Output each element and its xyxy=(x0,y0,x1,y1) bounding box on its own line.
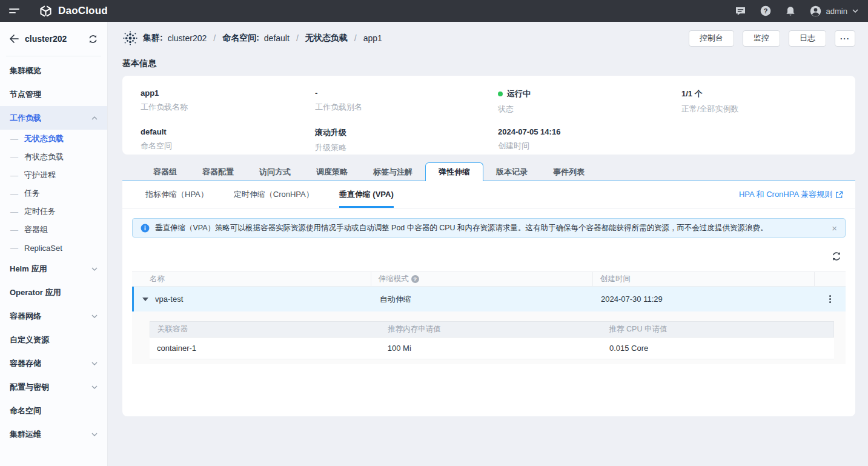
back-arrow-icon[interactable] xyxy=(9,35,19,43)
svg-text:?: ? xyxy=(763,7,767,15)
field-status: 运行中 状态 xyxy=(498,88,681,115)
recommendation-table: 关联容器 推荐内存申请值 推荐 CPU 申请值 container-1 100 … xyxy=(150,321,834,359)
workload-icon xyxy=(122,30,138,46)
sidebar-item-custom-resources[interactable]: 自定义资源 xyxy=(0,328,107,351)
sidebar-item-container-network[interactable]: 容器网络 xyxy=(0,304,107,328)
sidebar-item-operator-apps[interactable]: Operator 应用 xyxy=(0,281,107,304)
tab-elastic-scaling[interactable]: 弹性伸缩 xyxy=(425,162,483,181)
logs-button[interactable]: 日志 xyxy=(789,30,826,47)
brand: DaoCloud xyxy=(39,4,108,18)
sidebar-item-helm-apps[interactable]: Helm 应用 xyxy=(0,257,107,281)
tab-labels-annotations[interactable]: 标签与注解 xyxy=(360,163,425,181)
col-actions xyxy=(815,272,846,286)
breadcrumb-workload-type[interactable]: 无状态负载 xyxy=(305,33,348,44)
external-link-icon xyxy=(835,191,843,199)
chevron-down-icon xyxy=(91,315,98,318)
vpa-row-expanded: 关联容器 推荐内存申请值 推荐 CPU 申请值 container-1 100 … xyxy=(132,311,846,364)
container-name: container-1 xyxy=(150,344,380,353)
breadcrumb-namespace-value[interactable]: default xyxy=(264,33,290,43)
divider xyxy=(6,56,101,56)
vpa-row[interactable]: vpa-test 自动伸缩 2024-07-30 11:29 xyxy=(132,287,846,311)
sidebar-item-pods[interactable]: —容器组 xyxy=(0,221,107,239)
vpa-mode: 自动伸缩 xyxy=(373,294,594,305)
user-menu[interactable]: admin xyxy=(810,5,858,17)
basic-info-title: 基本信息 xyxy=(122,58,855,69)
close-icon[interactable]: × xyxy=(832,224,837,233)
message-icon[interactable] xyxy=(735,7,746,16)
sidebar-item-jobs[interactable]: —任务 xyxy=(0,184,107,202)
sidebar-item-namespaces[interactable]: 命名空间 xyxy=(0,399,107,422)
monitor-button[interactable]: 监控 xyxy=(743,30,780,47)
chevron-down-icon xyxy=(852,9,858,13)
sidebar-item-cronjobs[interactable]: —定时任务 xyxy=(0,202,107,221)
recommendation-table-header: 关联容器 推荐内存申请值 推荐 CPU 申请值 xyxy=(150,321,834,338)
row-actions-kebab-icon[interactable] xyxy=(827,293,833,305)
basic-info-card: app1 工作负载名称 - 工作负载别名 运行中 状态 1/1 个 正常/全部实… xyxy=(122,76,855,155)
recommended-cpu: 0.015 Core xyxy=(602,344,834,353)
help-icon[interactable]: ? xyxy=(760,5,771,16)
tab-access-method[interactable]: 访问方式 xyxy=(247,163,303,181)
col-mode: 伸缩模式 ? xyxy=(371,272,593,286)
sidebar-item-cluster-overview[interactable]: 集群概览 xyxy=(0,59,107,82)
hpa-cronhpa-compat-link[interactable]: HPA 和 CronHPA 兼容规则 xyxy=(739,181,843,208)
sidebar: cluster202 集群概览 节点管理 工作负载 —无状态负载 —有状态负载 … xyxy=(0,22,108,466)
sidebar-item-node-management[interactable]: 节点管理 xyxy=(0,82,107,106)
tab-pods[interactable]: 容器组 xyxy=(141,163,190,181)
vpa-created: 2024-07-30 11:29 xyxy=(594,295,815,304)
subtab-cronhpa[interactable]: 定时伸缩（CronHPA） xyxy=(234,181,314,208)
cluster-name: cluster202 xyxy=(25,34,82,44)
info-icon xyxy=(141,224,150,233)
elastic-scaling-panel: 指标伸缩（HPA） 定时伸缩（CronHPA） 垂直伸缩 (VPA) HPA 和… xyxy=(122,181,855,416)
vpa-table: 名称 伸缩模式 ? 创建时间 vpa-test 自动伸缩 2024-07-30 … xyxy=(132,271,846,364)
chevron-up-icon xyxy=(91,116,98,120)
breadcrumb-cluster-key: 集群: xyxy=(143,33,163,44)
sidebar-item-cluster-ops[interactable]: 集群运维 xyxy=(0,422,107,446)
tab-event-list[interactable]: 事件列表 xyxy=(540,163,597,181)
breadcrumb-cluster-value[interactable]: cluster202 xyxy=(168,33,207,43)
tab-container-config[interactable]: 容器配置 xyxy=(190,163,247,181)
detail-tabs: 容器组 容器配置 访问方式 调度策略 标签与注解 弹性伸缩 版本记录 事件列表 xyxy=(122,162,855,181)
more-actions-button[interactable]: ··· xyxy=(835,30,855,47)
vpa-info-banner: 垂直伸缩（VPA）策略可以根据容器实际资源使用情况手动或自动调整 Pod 中容器… xyxy=(132,218,846,238)
subtab-vpa[interactable]: 垂直伸缩 (VPA) xyxy=(339,181,394,208)
scaling-subtabs: 指标伸缩（HPA） 定时伸缩（CronHPA） 垂直伸缩 (VPA) HPA 和… xyxy=(122,181,855,208)
sidebar-item-daemonsets[interactable]: —守护进程 xyxy=(0,166,107,184)
collapse-caret-icon[interactable] xyxy=(142,298,148,301)
field-namespace: default 命名空间 xyxy=(141,127,315,153)
sidebar-item-container-storage[interactable]: 容器存储 xyxy=(0,351,107,375)
refresh-icon[interactable] xyxy=(831,251,842,262)
menu-icon[interactable] xyxy=(9,7,21,15)
tab-scheduling-policy[interactable]: 调度策略 xyxy=(303,163,360,181)
sidebar-item-workloads[interactable]: 工作负载 xyxy=(0,106,107,130)
brand-name: DaoCloud xyxy=(58,5,108,17)
daocloud-logo-icon xyxy=(39,4,53,18)
notifications-bell-icon[interactable] xyxy=(786,6,795,16)
breadcrumb-app-name: app1 xyxy=(363,33,382,43)
help-question-icon[interactable]: ? xyxy=(411,275,419,283)
sidebar-item-config-secrets[interactable]: 配置与密钥 xyxy=(0,375,107,399)
table-toolbar xyxy=(122,238,855,271)
vpa-table-header: 名称 伸缩模式 ? 创建时间 xyxy=(132,271,846,287)
topbar: DaoCloud ? admin xyxy=(0,0,868,22)
tab-version-history[interactable]: 版本记录 xyxy=(483,163,540,181)
col-created: 创建时间 xyxy=(593,272,815,286)
chevron-down-icon xyxy=(91,267,98,271)
field-created-time: 2024-07-05 14:16 创建时间 xyxy=(498,127,681,153)
chevron-down-icon xyxy=(91,362,98,365)
username: admin xyxy=(826,7,847,16)
breadcrumb: 集群: cluster202 / 命名空间: default / 无状态负载 /… xyxy=(122,30,382,46)
console-button[interactable]: 控制台 xyxy=(689,30,734,47)
main-content: 集群: cluster202 / 命名空间: default / 无状态负载 /… xyxy=(108,22,868,466)
recommendation-row: container-1 100 Mi 0.015 Core xyxy=(150,338,834,359)
field-workload-name: app1 工作负载名称 xyxy=(141,88,315,115)
avatar-icon xyxy=(810,5,821,17)
banner-text: 垂直伸缩（VPA）策略可以根据容器实际资源使用情况手动或自动调整 Pod 中容器… xyxy=(155,223,768,233)
recommended-memory: 100 Mi xyxy=(380,344,602,353)
sidebar-item-replicaset[interactable]: —ReplicaSet xyxy=(0,239,107,257)
field-workload-alias: - 工作负载别名 xyxy=(315,88,498,115)
switch-cluster-icon[interactable] xyxy=(88,35,98,44)
sidebar-item-deployments[interactable]: —无状态负载 xyxy=(0,130,107,148)
subtab-hpa[interactable]: 指标伸缩（HPA） xyxy=(145,181,208,208)
sidebar-item-statefulsets[interactable]: —有状态负载 xyxy=(0,148,107,166)
sidebar-nav: 集群概览 节点管理 工作负载 —无状态负载 —有状态负载 —守护进程 —任务 —… xyxy=(0,59,107,446)
